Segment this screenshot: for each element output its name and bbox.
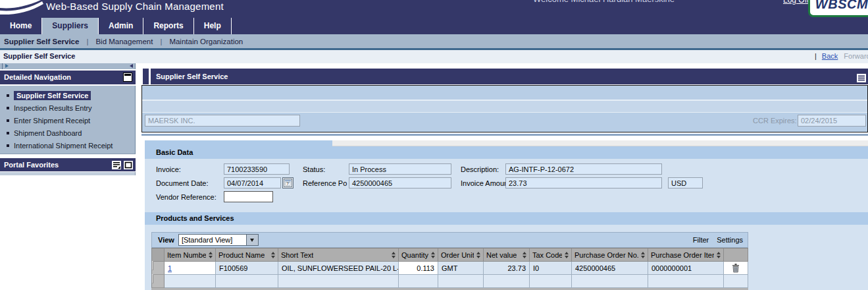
table-header-row: Item Number Product Name Short Text Quan… xyxy=(151,248,748,262)
portal-favorites-title: Portal Favorites xyxy=(4,161,59,169)
vendor-reference-field[interactable] xyxy=(224,191,273,202)
forward-link-disabled: Forward xyxy=(844,52,868,60)
col-purchase-order-item[interactable]: Purchase Order Item xyxy=(648,248,724,262)
tab-suppliers[interactable]: Suppliers xyxy=(42,18,99,34)
trash-icon xyxy=(731,263,740,273)
date-picker-calendar-icon[interactable]: 7 xyxy=(282,177,294,188)
purchase-order-item-cell: 0000000001 xyxy=(648,262,724,275)
sidebar-item-inspection-results-entry[interactable]: Inspection Results Entry xyxy=(0,102,135,114)
invoice-amount-field[interactable]: 23.73 xyxy=(505,177,662,188)
sort-icon[interactable] xyxy=(523,252,526,258)
table-row: 1 F100569 OIL, SUNFLOWERSEED PAIL-20 L-F… xyxy=(151,262,748,275)
reference-po-field[interactable]: 4250000465 xyxy=(349,177,451,188)
col-product-name[interactable]: Product Name xyxy=(216,248,278,262)
sidebar-item-enter-shipment-receipt[interactable]: Enter Shipment Receipt xyxy=(0,114,135,127)
ccr-expires-field[interactable]: 02/24/2015 xyxy=(798,115,866,127)
basic-data-tab-rest xyxy=(332,140,868,146)
sort-icon[interactable] xyxy=(717,252,721,258)
sort-icon[interactable] xyxy=(209,252,213,258)
sort-icon[interactable] xyxy=(431,252,435,258)
subnav-separator: | xyxy=(160,38,162,45)
sort-icon[interactable] xyxy=(641,252,645,258)
vendor-reference-label: Vendor Reference: xyxy=(156,193,217,201)
minimize-panel-icon[interactable] xyxy=(123,72,132,82)
wbscm-portal-page: Web-Based Supply Chain Management Welcom… xyxy=(0,0,868,290)
status-field[interactable]: In Process xyxy=(349,163,451,175)
quantity-cell[interactable]: 0.113 xyxy=(399,262,438,275)
invoice-label: Invoice: xyxy=(156,165,181,173)
bullet-icon xyxy=(7,107,9,109)
usda-swoosh-logo-icon xyxy=(0,0,43,18)
expand-right-icon[interactable] xyxy=(5,64,9,68)
col-purchase-order-no[interactable]: Purchase Order No. xyxy=(572,248,648,262)
settings-link[interactable]: Settings xyxy=(717,236,743,244)
sidebar-item-international-shipment-receipt[interactable]: International Shipment Receipt xyxy=(0,139,135,152)
bullet-icon xyxy=(7,94,9,97)
tax-code-cell: I0 xyxy=(530,262,572,275)
actions-cell xyxy=(724,262,748,275)
bullet-icon xyxy=(7,144,9,147)
col-quantity[interactable]: Quantity xyxy=(399,248,438,262)
description-label: Description: xyxy=(461,165,499,173)
page-title: Supplier Self Service xyxy=(3,52,75,60)
col-actions xyxy=(724,248,748,262)
filter-link[interactable]: Filter xyxy=(693,236,709,244)
panel-menu-icon[interactable] xyxy=(112,160,121,173)
col-order-unit[interactable]: Order Unit xyxy=(438,248,484,262)
sidebar-scroll-strip[interactable] xyxy=(0,63,136,69)
description-field[interactable]: AG-INTF-P-12-0672 xyxy=(505,163,662,175)
wbscm-brand-badge: WBSCM xyxy=(808,0,868,17)
iview-title: Supplier Self Service xyxy=(156,72,228,80)
iview-header: Supplier Self Service xyxy=(151,69,868,84)
invoice-field[interactable]: 7100233590 xyxy=(224,163,290,175)
breadcrumb-row: Supplier Self Service |BackForward xyxy=(0,50,868,63)
col-item-number[interactable]: Item Number xyxy=(165,248,216,262)
tab-help[interactable]: Help xyxy=(194,18,232,34)
col-short-text[interactable]: Short Text xyxy=(278,248,399,262)
sort-icon[interactable] xyxy=(392,252,396,258)
back-link[interactable]: Back xyxy=(822,52,838,60)
sort-icon[interactable] xyxy=(271,252,275,258)
tab-home[interactable]: Home xyxy=(0,18,42,34)
view-dropdown[interactable]: [Standard View] xyxy=(178,234,247,246)
col-net-value[interactable]: Net value xyxy=(484,248,530,262)
portal-favorites-header: Portal Favorites xyxy=(0,158,136,171)
tab-reports[interactable]: Reports xyxy=(143,18,193,34)
welcome-text: Welcome Michael Hardian Maerskine xyxy=(533,0,675,4)
row-select-cell[interactable] xyxy=(151,262,165,275)
delete-row-button[interactable] xyxy=(727,262,744,274)
subnav-supplier-self-service[interactable]: Supplier Self Service xyxy=(4,38,79,45)
subnav-separator: | xyxy=(86,38,88,45)
view-dropdown-arrow-icon[interactable] xyxy=(247,234,259,246)
log-off-link[interactable]: Log Off xyxy=(783,0,809,5)
short-text-cell: OIL, SUNFLOWERSEED PAIL-20 L-F xyxy=(278,262,399,275)
row-select-cell[interactable] xyxy=(151,275,165,288)
sort-icon[interactable] xyxy=(565,252,569,258)
sidebar-item-shipment-dashboard[interactable]: Shipment Dashboard xyxy=(0,127,135,139)
organization-field[interactable]: MAERSK INC. xyxy=(145,115,300,127)
subnav-maintain-organization[interactable]: Maintain Organization xyxy=(169,38,243,45)
table-empty-row xyxy=(151,275,748,288)
currency-field[interactable]: USD xyxy=(668,177,703,188)
sort-icon[interactable] xyxy=(476,252,480,258)
maximize-panel-icon[interactable] xyxy=(124,160,133,173)
detailed-navigation-title: Detailed Navigation xyxy=(4,73,71,81)
svg-text:7: 7 xyxy=(287,182,289,186)
sidebar-item-supplier-self-service[interactable]: Supplier Self Service xyxy=(0,89,135,102)
history-links: |BackForward xyxy=(815,52,868,60)
view-label: View xyxy=(158,236,174,244)
basic-data-section-header: Basic Data xyxy=(145,146,868,159)
item-number-link[interactable]: 1 xyxy=(168,264,172,272)
select-all-cell[interactable] xyxy=(151,248,165,262)
toolbar-row-1 xyxy=(142,86,867,101)
collapse-left-icon[interactable] xyxy=(130,64,133,68)
sub-nav: Supplier Self Service | Bid Management |… xyxy=(0,34,868,50)
document-date-label: Document Date: xyxy=(156,179,208,187)
tab-admin[interactable]: Admin xyxy=(99,18,143,34)
subnav-bid-management[interactable]: Bid Management xyxy=(95,38,153,45)
col-tax-code[interactable]: Tax Code xyxy=(530,248,572,262)
document-date-field[interactable]: 04/07/2014 xyxy=(224,177,281,188)
detailed-navigation-list: Supplier Self Service Inspection Results… xyxy=(0,86,136,154)
products-section-header: Products and Services xyxy=(145,212,868,225)
detailed-navigation-header: Detailed Navigation xyxy=(0,71,136,84)
